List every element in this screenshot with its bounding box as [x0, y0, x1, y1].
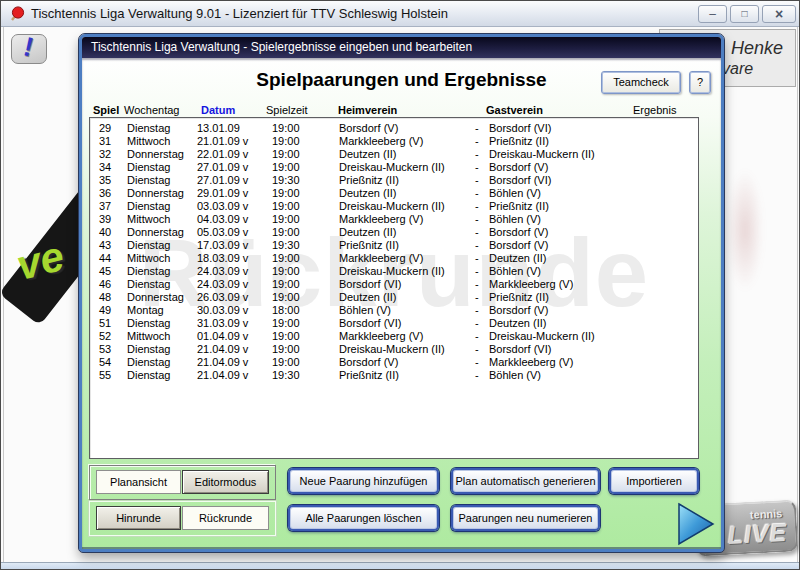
- table-row[interactable]: 39Mittwoch04.03.09 v19:00Markkleeberg (V…: [90, 213, 698, 226]
- cell-datum: 21.04.09 v: [197, 356, 248, 368]
- cell-spiel: 32: [99, 148, 111, 160]
- cell-zeit: 19:30: [272, 369, 300, 381]
- cell-gast: Borsdorf (V): [489, 226, 548, 238]
- maximize-button[interactable]: □: [730, 5, 759, 23]
- cell-gast: Prießnitz (II): [489, 200, 549, 212]
- table-row[interactable]: 52Mittwoch01.04.09 v19:00Markkleeberg (V…: [90, 330, 698, 343]
- cell-zeit: 19:00: [272, 187, 300, 199]
- cell-gast: Prießnitz (II): [489, 291, 549, 303]
- planansicht-button[interactable]: Planansicht: [96, 470, 181, 494]
- column-header-spielzeit: Spielzeit: [266, 104, 308, 116]
- cell-spiel: 51: [99, 317, 111, 329]
- cell-datum: 31.03.09 v: [197, 317, 248, 329]
- separator: -: [475, 252, 479, 264]
- match-list[interactable]: Rückrunde 29Dienstag13.01.0919:00Borsdor…: [89, 117, 699, 459]
- cell-heim: Markkleeberg (V): [339, 252, 423, 264]
- neue-paarung-button[interactable]: Neue Paarung hinzufügen: [288, 468, 439, 494]
- cell-gast: Borsdorf (VI): [489, 174, 551, 186]
- cell-zeit: 19:30: [272, 174, 300, 186]
- cell-heim: Dreiskau-Muckern (II): [339, 265, 445, 277]
- cell-datum: 01.04.09 v: [197, 330, 248, 342]
- separator: -: [475, 356, 479, 368]
- rueckrunde-button[interactable]: Rückrunde: [182, 506, 269, 530]
- cell-wochentag: Montag: [127, 304, 164, 316]
- cell-spiel: 40: [99, 226, 111, 238]
- cell-wochentag: Donnerstag: [127, 226, 184, 238]
- cell-spiel: 53: [99, 343, 111, 355]
- hinrunde-button[interactable]: Hinrunde: [96, 506, 181, 530]
- cell-gast: Borsdorf (V): [489, 161, 548, 173]
- cell-spiel: 39: [99, 213, 111, 225]
- table-row[interactable]: 40Donnerstag05.03.09 v19:00Deutzen (II)-…: [90, 226, 698, 239]
- cell-wochentag: Dienstag: [127, 356, 170, 368]
- editormodus-button[interactable]: Editormodus: [182, 470, 269, 494]
- cell-heim: Prießnitz (II): [339, 174, 399, 186]
- separator: -: [475, 122, 479, 134]
- cell-zeit: 19:00: [272, 317, 300, 329]
- cell-zeit: 19:00: [272, 356, 300, 368]
- plan-generieren-button[interactable]: Plan automatisch generieren: [451, 468, 600, 494]
- separator: -: [475, 161, 479, 173]
- cell-wochentag: Dienstag: [127, 369, 170, 381]
- cell-spiel: 52: [99, 330, 111, 342]
- importieren-button[interactable]: Importieren: [609, 468, 699, 494]
- cell-gast: Deutzen (II): [489, 317, 546, 329]
- table-row[interactable]: 45Dienstag24.03.09 v19:00Dreiskau-Mucker…: [90, 265, 698, 278]
- cell-datum: 21.04.09 v: [197, 343, 248, 355]
- cell-wochentag: Mittwoch: [127, 252, 170, 264]
- help-button[interactable]: ?: [689, 71, 711, 94]
- separator: -: [475, 291, 479, 303]
- table-row[interactable]: 34Dienstag27.01.09 v19:00Dreiskau-Mucker…: [90, 161, 698, 174]
- separator: -: [475, 330, 479, 342]
- paarungen-loeschen-button[interactable]: Alle Paarungen löschen: [288, 505, 439, 531]
- cell-datum: 21.01.09 v: [197, 135, 248, 147]
- table-row[interactable]: 31Mittwoch21.01.09 v19:00Markkleeberg (V…: [90, 135, 698, 148]
- table-row[interactable]: 48Donnerstag26.03.09 v19:00Deutzen (II)-…: [90, 291, 698, 304]
- paddle-icon: [9, 6, 25, 22]
- teamcheck-button[interactable]: Teamcheck: [601, 71, 681, 94]
- cell-datum: 18.03.09 v: [197, 252, 248, 264]
- cell-datum: 21.04.09 v: [197, 369, 248, 381]
- cell-datum: 24.03.09 v: [197, 278, 248, 290]
- table-row[interactable]: 44Mittwoch18.03.09 v19:00Markkleeberg (V…: [90, 252, 698, 265]
- cell-wochentag: Dienstag: [127, 122, 170, 134]
- cell-heim: Borsdorf (VI): [339, 317, 401, 329]
- close-button[interactable]: ×: [762, 5, 796, 23]
- table-row[interactable]: 43Dienstag17.03.09 v19:30Prießnitz (II)-…: [90, 239, 698, 252]
- cell-datum: 17.03.09 v: [197, 239, 248, 251]
- cell-zeit: 19:00: [272, 343, 300, 355]
- separator: -: [475, 317, 479, 329]
- cell-zeit: 19:00: [272, 135, 300, 147]
- cell-zeit: 19:00: [272, 161, 300, 173]
- table-row[interactable]: 55Dienstag21.04.09 v19:30Prießnitz (II)-…: [90, 369, 698, 382]
- column-header-datum[interactable]: Datum: [201, 104, 235, 116]
- table-row[interactable]: 29Dienstag13.01.0919:00Borsdorf (V)-Bors…: [90, 122, 698, 135]
- table-row[interactable]: 37Dienstag03.03.09 v19:00Dreiskau-Mucker…: [90, 200, 698, 213]
- alert-icon-button[interactable]: !: [11, 34, 47, 64]
- column-header-heimverein: Heimverein: [338, 104, 397, 116]
- cell-heim: Dreiskau-Muckern (II): [339, 200, 445, 212]
- paarungen-numerieren-button[interactable]: Paarungen neu numerieren: [451, 505, 600, 531]
- cell-heim: Böhlen (V): [339, 304, 391, 316]
- table-row[interactable]: 54Dienstag21.04.09 v19:00Borsdorf (V)-Ma…: [90, 356, 698, 369]
- cell-heim: Deutzen (II): [339, 148, 396, 160]
- table-row[interactable]: 53Dienstag21.04.09 v19:00Dreiskau-Mucker…: [90, 343, 698, 356]
- next-arrow-icon[interactable]: [677, 502, 715, 546]
- table-row[interactable]: 35Dienstag27.01.09 v19:30Prießnitz (II)-…: [90, 174, 698, 187]
- cell-datum: 27.01.09 v: [197, 161, 248, 173]
- cell-heim: Dreiskau-Muckern (II): [339, 161, 445, 173]
- separator: -: [475, 148, 479, 160]
- table-row[interactable]: 51Dienstag31.03.09 v19:00Borsdorf (VI)-D…: [90, 317, 698, 330]
- cell-gast: Böhlen (V): [489, 187, 541, 199]
- table-row[interactable]: 46Dienstag24.03.09 v19:00Borsdorf (VI)-M…: [90, 278, 698, 291]
- cell-wochentag: Dienstag: [127, 174, 170, 186]
- cell-datum: 05.03.09 v: [197, 226, 248, 238]
- cell-spiel: 35: [99, 174, 111, 186]
- cell-zeit: 19:00: [272, 122, 300, 134]
- table-row[interactable]: 36Donnerstag29.01.09 v19:00Deutzen (II)-…: [90, 187, 698, 200]
- minimize-button[interactable]: –: [698, 5, 727, 23]
- table-row[interactable]: 32Donnerstag22.01.09 v19:00Deutzen (II)-…: [90, 148, 698, 161]
- table-row[interactable]: 49Montag30.03.09 v18:00Böhlen (V)-Borsdo…: [90, 304, 698, 317]
- cell-wochentag: Mittwoch: [127, 213, 170, 225]
- cell-gast: Dreiskau-Muckern (II): [489, 330, 595, 342]
